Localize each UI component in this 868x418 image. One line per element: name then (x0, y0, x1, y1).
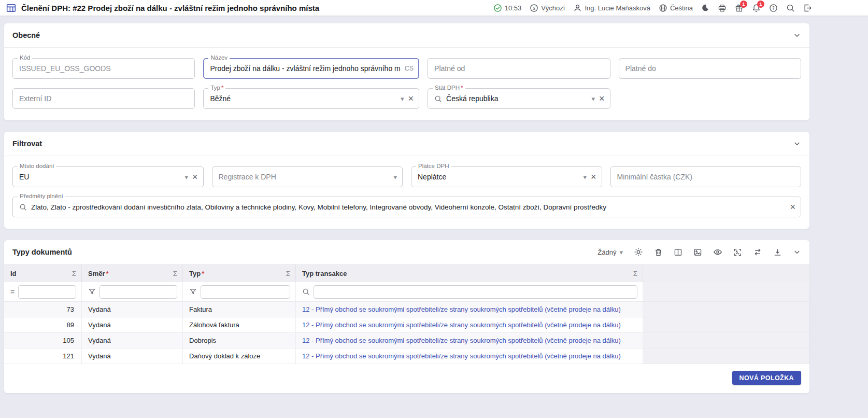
help-icon[interactable]: ? (769, 4, 778, 12)
dropdown-caret-icon[interactable]: ▾ (583, 173, 587, 181)
print-icon[interactable] (718, 4, 727, 12)
search-icon[interactable] (786, 4, 795, 12)
column-header-typ[interactable]: Typ* Σ (183, 264, 296, 282)
swap-horizontal-icon[interactable] (753, 247, 762, 257)
group-by-value: Žádný (597, 248, 616, 256)
filter-section-header[interactable]: Filtrovat (4, 132, 809, 156)
required-mark: * (221, 85, 223, 91)
clear-icon[interactable]: × (790, 202, 795, 212)
platne-od-placeholder: Platné od (434, 64, 604, 73)
chevron-down-icon[interactable] (793, 140, 801, 148)
filter-funnel-icon[interactable] (88, 288, 96, 296)
view-columns-icon[interactable] (674, 248, 682, 257)
cell-smer: Vydaná (82, 317, 183, 332)
general-section-header[interactable]: Obecné (4, 23, 809, 48)
externi-id-field[interactable]: Externí ID (12, 88, 195, 109)
cell-typ-transakce-link[interactable]: 12 - Přímý obchod se soukromými spotřebi… (296, 317, 643, 332)
cell-id: 89 (4, 317, 82, 332)
stat-dph-label: Stát DPH (435, 85, 460, 91)
predmety-plneni-field[interactable]: Předměty plnění Zlato, Zlato - zprostřed… (12, 197, 801, 217)
download-icon[interactable] (773, 248, 782, 257)
chevron-down-icon[interactable] (793, 248, 801, 256)
typ-transakce-filter-input[interactable] (314, 285, 637, 299)
dropdown-caret-icon[interactable]: ▾ (393, 173, 397, 181)
svg-text:?: ? (772, 5, 775, 10)
dropdown-caret-icon[interactable]: ▾ (184, 173, 188, 181)
cell-typ-transakce-link[interactable]: 12 - Přímý obchod se soukromými spotřebi… (296, 333, 643, 348)
notifications-icon[interactable]: 1 (752, 4, 761, 12)
aggregate-sigma-icon[interactable]: Σ (286, 270, 290, 277)
trash-icon[interactable] (654, 248, 663, 257)
settings-gear-icon[interactable] (634, 247, 643, 257)
filter-funnel-icon[interactable] (189, 288, 197, 296)
typ-field[interactable]: Typ* Běžné ▾ × (203, 88, 419, 109)
platce-dph-label: Plátce DPH (418, 163, 449, 169)
group-by-dropdown[interactable]: Žádný ▾ (597, 248, 623, 256)
smer-filter-input[interactable] (99, 285, 177, 299)
table-row[interactable]: 73 Vydaná Faktura 12 - Přímý obchod se s… (4, 302, 809, 317)
table-row[interactable]: 105 Vydaná Dobropis 12 - Přímý obchod se… (4, 333, 809, 349)
table-toolbar: Žádný ▾ (597, 247, 801, 257)
aggregate-sigma-icon[interactable]: Σ (173, 270, 177, 277)
platce-dph-field[interactable]: Plátce DPH Neplátce ▾ × (411, 166, 602, 187)
kod-field[interactable]: Kód ISSUED_EU_OSS_GOODS (12, 58, 195, 79)
language-selector[interactable]: Čeština (659, 4, 693, 12)
column-header-id[interactable]: Id Σ (4, 264, 82, 282)
misto-dodani-value: EU (19, 173, 180, 181)
image-icon[interactable] (693, 248, 702, 257)
cell-typ-transakce-link[interactable]: 12 - Přímý obchod se soukromými spotřebi… (296, 349, 643, 364)
aggregate-sigma-icon[interactable]: Σ (72, 270, 76, 277)
equals-operator[interactable]: = (10, 288, 15, 296)
cell-typ: Daňový doklad k záloze (183, 349, 296, 364)
svg-text:$: $ (533, 5, 535, 10)
dropdown-caret-icon[interactable]: ▾ (401, 95, 404, 103)
search-icon[interactable] (302, 288, 310, 296)
cell-typ: Faktura (183, 302, 296, 317)
chevron-down-icon[interactable] (793, 31, 801, 39)
cell-filler (643, 317, 809, 332)
clear-icon[interactable]: × (408, 94, 414, 103)
cell-id: 121 (4, 349, 82, 364)
wallpaper-icon[interactable] (733, 248, 742, 257)
externi-id-placeholder: Externí ID (19, 94, 189, 103)
column-header-typ-transakce[interactable]: Typ transakce Σ (296, 264, 643, 282)
table-row[interactable]: 89 Vydaná Zálohová faktura 12 - Přímý ob… (4, 317, 809, 333)
currency-circle-icon: $ (530, 4, 538, 12)
cell-filler (643, 333, 809, 348)
dark-mode-icon[interactable] (701, 4, 709, 12)
clear-icon[interactable]: × (599, 94, 605, 103)
nazev-field[interactable]: Název Prodej zboží na dálku - zvláštní r… (203, 58, 419, 79)
table-filter-row: = (4, 282, 809, 302)
column-header-smer[interactable]: Směr* Σ (82, 264, 183, 282)
cell-typ-transakce-link[interactable]: 12 - Přímý obchod se soukromými spotřebi… (296, 302, 643, 317)
nazev-value: Prodej zboží na dálku - zvláštní režim j… (210, 64, 400, 73)
required-mark: * (202, 270, 204, 277)
eye-icon[interactable] (713, 247, 722, 257)
id-filter-input[interactable] (18, 285, 76, 299)
table-row[interactable]: 121 Vydaná Daňový doklad k záloze 12 - P… (4, 349, 809, 364)
user-menu[interactable]: Ing. Lucie Maňásková (573, 4, 650, 12)
search-icon (434, 95, 442, 103)
logout-icon[interactable] (803, 4, 812, 12)
typ-filter-input[interactable] (201, 285, 290, 299)
dropdown-caret-icon[interactable]: ▾ (592, 95, 595, 103)
stat-dph-value: Česká republika (446, 94, 587, 103)
filter-section-title: Filtrovat (12, 140, 42, 148)
app-grid-icon[interactable] (6, 3, 16, 13)
platne-do-field[interactable]: Platné do (619, 58, 801, 79)
stat-dph-field[interactable]: Stát DPH* Česká republika ▾ × (428, 88, 610, 109)
platne-od-field[interactable]: Platné od (428, 58, 610, 79)
main-content: Obecné Kód ISSUED_EU_OSS_GOODS Název Pro… (0, 16, 868, 393)
clear-icon[interactable]: × (192, 172, 198, 182)
aggregate-sigma-icon[interactable]: Σ (633, 270, 637, 277)
registrace-k-dph-field[interactable]: Registrace k DPH ▾ (212, 166, 403, 187)
minimalni-castka-field[interactable]: Minimální částka (CZK) (610, 166, 802, 187)
profile-selector[interactable]: $ Výchozí (530, 4, 565, 12)
new-item-button[interactable]: NOVÁ POLOŽKA (732, 371, 802, 385)
platce-dph-value: Neplátce (418, 173, 579, 181)
language-suffix: CS (405, 65, 414, 72)
language-label: Čeština (670, 4, 693, 12)
gifts-icon[interactable]: 1 (735, 4, 744, 12)
clear-icon[interactable]: × (591, 172, 596, 182)
misto-dodani-field[interactable]: Místo dodání EU ▾ × (12, 166, 204, 187)
